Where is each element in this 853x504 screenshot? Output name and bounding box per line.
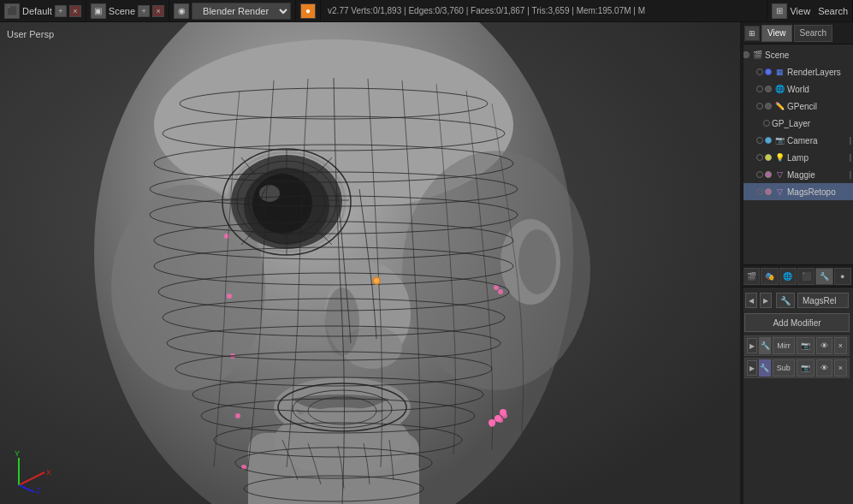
tab-search[interactable]: Search xyxy=(794,25,833,42)
svg-point-24 xyxy=(498,289,503,294)
gplayer-visibility[interactable] xyxy=(763,120,770,127)
camera-extra: | xyxy=(850,136,851,145)
camera-icon: 📷 xyxy=(773,134,785,146)
maggie-extra: | xyxy=(850,170,851,179)
svg-point-63 xyxy=(500,409,506,416)
stats-bar: v2.77 Verts:0/1,893 | Edges:0/3,760 | Fa… xyxy=(321,6,767,15)
version-text: v2.77 xyxy=(328,6,348,15)
world-icon: 🌐 xyxy=(773,83,785,95)
view-tab-label[interactable]: View xyxy=(790,6,810,16)
render-engine-select[interactable]: Blender Render Cycles Render xyxy=(192,3,291,20)
mirror-modifier-row: ▶ 🔧 Mirr 📷 👁 × xyxy=(744,335,850,356)
magsrel-button[interactable]: MagsRel xyxy=(797,293,849,308)
camera-toggle[interactable] xyxy=(765,137,772,144)
prop-tab-modifier[interactable]: 🔧 xyxy=(815,268,832,285)
tree-item-world[interactable]: 🌐 World xyxy=(741,80,853,98)
rpanel-top-tabs: ⊞ View Search xyxy=(741,22,853,44)
viewport[interactable]: User Persp xyxy=(0,22,740,504)
magsretopo-toggle[interactable] xyxy=(765,188,772,195)
tree-item-scene[interactable]: 🎬 Scene xyxy=(741,46,853,63)
maggie-visibility[interactable] xyxy=(756,171,763,178)
tree-item-gplayer[interactable]: GP_Layer xyxy=(741,115,853,132)
mirror-extra-button[interactable]: × xyxy=(834,337,847,354)
sub-camera-button[interactable]: 📷 xyxy=(797,359,814,377)
sub-render-button[interactable]: 👁 xyxy=(816,359,832,377)
sub-extra-button[interactable]: × xyxy=(834,359,847,377)
tree-item-camera[interactable]: 📷 Camera | xyxy=(741,132,853,149)
mirror-render-button[interactable]: 👁 xyxy=(816,337,832,354)
viewport-canvas xyxy=(0,22,740,504)
camera-visibility[interactable] xyxy=(756,137,763,144)
prop-tab-scene[interactable]: 🎭 xyxy=(761,268,778,285)
mirror-expand-button[interactable]: ▶ xyxy=(747,338,757,353)
svg-line-68 xyxy=(19,485,34,492)
svg-point-62 xyxy=(489,419,495,426)
lamp-toggle[interactable] xyxy=(765,154,772,161)
rpanel-properties: 🎬 🎭 🌐 ⬛ 🔧 ● ◀ ▶ 🔧 MagsRel Add Modifier xyxy=(741,264,853,504)
svg-text:Z: Z xyxy=(36,486,41,494)
viewport-label: User Persp xyxy=(7,29,54,39)
scene-label: Scene xyxy=(765,50,789,60)
gpencil-icon: ✏️ xyxy=(773,100,785,112)
scene-close-button[interactable]: × xyxy=(152,5,164,17)
renderlayers-label: RenderLayers xyxy=(787,68,841,77)
gpencil-visibility[interactable] xyxy=(756,103,763,110)
tree-item-magsretopo[interactable]: ▽ MagsRetopo xyxy=(741,183,853,200)
search-tab-label[interactable]: Search xyxy=(818,6,848,16)
renderlayers-icon: ▦ xyxy=(773,66,785,78)
svg-point-19 xyxy=(227,294,232,299)
tree-item-renderlayers[interactable]: ▦ RenderLayers xyxy=(741,63,853,80)
right-panel: ⊞ View Search 🎬 Scene ▦ RenderLayers xyxy=(740,22,853,504)
tree-item-gpencil[interactable]: ✏️ GPencil xyxy=(741,98,853,115)
tab-view[interactable]: View xyxy=(761,25,792,42)
add-modifier-button[interactable]: Add Modifier xyxy=(744,313,850,332)
svg-text:X: X xyxy=(46,468,51,477)
svg-point-60 xyxy=(374,278,379,283)
sub-label: Sub xyxy=(773,359,795,377)
workspace-label: Default xyxy=(22,6,52,16)
render-engine-segment: ◉ Blender Render Cycles Render xyxy=(169,0,296,21)
maggie-toggle[interactable] xyxy=(765,171,772,178)
rpanel-icon: ⊞ xyxy=(744,26,760,41)
sub-expand-button[interactable]: ▶ xyxy=(747,360,757,376)
scene-icon: 🎬 xyxy=(751,49,763,61)
magsretopo-label: MagsRetopo xyxy=(787,187,836,197)
prev-object-button[interactable]: ◀ xyxy=(745,293,757,308)
lamp-visibility[interactable] xyxy=(756,154,763,161)
workspace-icon: ⬛ xyxy=(4,3,20,19)
prop-content: ◀ ▶ 🔧 MagsRel Add Modifier ▶ 🔧 Mirr 📷 👁 xyxy=(741,288,853,383)
svg-line-64 xyxy=(19,472,44,485)
right-panel-icon: ⊞ xyxy=(772,3,787,19)
magsretopo-visibility[interactable] xyxy=(756,188,763,195)
scene-label: Scene xyxy=(109,6,135,16)
renderlayers-toggle[interactable] xyxy=(765,68,772,75)
renderlayers-visibility[interactable] xyxy=(756,68,763,75)
property-tabs: 🎬 🎭 🌐 ⬛ 🔧 ● xyxy=(741,265,853,288)
render-icon: ◉ xyxy=(174,3,189,19)
next-object-button[interactable]: ▶ xyxy=(760,293,772,308)
world-visibility[interactable] xyxy=(756,86,763,92)
gpencil-label: GPencil xyxy=(787,102,817,111)
scene-add-button[interactable]: + xyxy=(138,5,150,17)
tree-item-lamp[interactable]: 💡 Lamp | xyxy=(741,149,853,166)
top-bar: ⬛ Default + × ▣ Scene + × ◉ Blender Rend… xyxy=(0,0,853,22)
prop-tab-object[interactable]: ⬛ xyxy=(797,268,814,285)
maggie-label: Maggie xyxy=(787,170,815,180)
prop-tab-world[interactable]: 🌐 xyxy=(779,268,797,285)
lamp-extra: | xyxy=(850,153,851,162)
subsurf-modifier-row: ▶ 🔧 Sub 📷 👁 × xyxy=(744,358,850,378)
tree-item-maggie[interactable]: ▽ Maggie | xyxy=(741,166,853,183)
svg-point-23 xyxy=(494,285,499,290)
workspace-close-button[interactable]: × xyxy=(69,5,81,17)
svg-text:Y: Y xyxy=(15,451,20,458)
gpencil-toggle[interactable] xyxy=(765,103,772,110)
prop-tab-material[interactable]: ● xyxy=(834,268,851,285)
scene-tree: 🎬 Scene ▦ RenderLayers 🌐 World ✏️ GPenci… xyxy=(741,44,853,264)
scene-toggle[interactable] xyxy=(743,51,749,58)
svg-point-15 xyxy=(274,407,411,476)
magsretopo-icon: ▽ xyxy=(773,186,785,198)
prop-tab-render[interactable]: 🎬 xyxy=(743,268,760,285)
world-toggle[interactable] xyxy=(765,86,772,92)
workspace-add-button[interactable]: + xyxy=(55,5,67,17)
mirror-camera-button[interactable]: 📷 xyxy=(797,337,814,354)
